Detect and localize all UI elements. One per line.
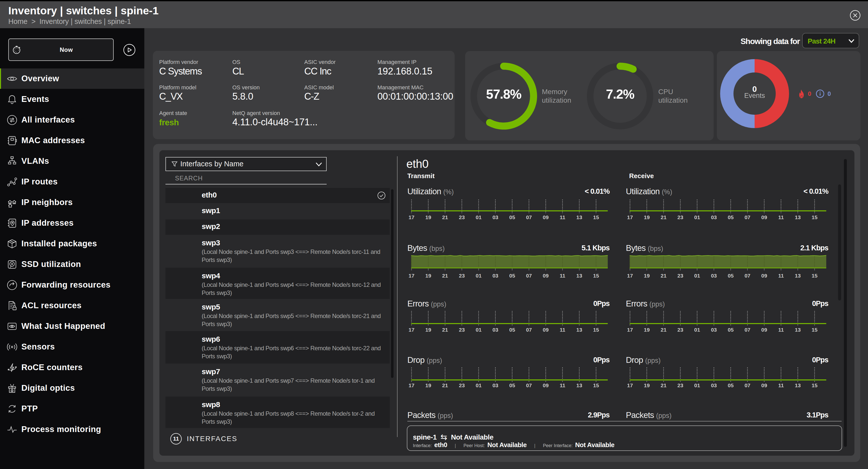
svg-text:19: 19 (644, 214, 650, 220)
svg-text:07: 07 (745, 327, 750, 333)
svg-text:23: 23 (459, 327, 465, 333)
svg-text:11: 11 (778, 382, 784, 388)
svg-text:09: 09 (543, 273, 549, 279)
svg-text:01: 01 (694, 382, 700, 388)
svg-text:17: 17 (409, 327, 414, 333)
svg-text:09: 09 (762, 327, 767, 333)
svg-text:21: 21 (660, 273, 666, 279)
svg-text:19: 19 (644, 273, 650, 279)
svg-text:09: 09 (762, 214, 767, 220)
svg-text:21: 21 (660, 327, 666, 333)
svg-text:23: 23 (677, 273, 683, 279)
svg-text:03: 03 (492, 273, 498, 279)
svg-text:23: 23 (459, 273, 465, 279)
svg-text:17: 17 (627, 214, 633, 220)
svg-text:19: 19 (426, 382, 431, 388)
svg-text:09: 09 (543, 382, 549, 388)
svg-text:23: 23 (459, 382, 465, 388)
svg-text:11: 11 (778, 214, 784, 220)
svg-text:07: 07 (526, 214, 532, 220)
svg-text:05: 05 (509, 273, 515, 279)
svg-text:15: 15 (593, 214, 599, 220)
svg-text:21: 21 (660, 382, 666, 388)
svg-text:07: 07 (745, 273, 750, 279)
svg-text:21: 21 (442, 327, 448, 333)
svg-text:23: 23 (459, 214, 465, 220)
svg-text:13: 13 (795, 214, 801, 220)
svg-text:11: 11 (560, 327, 565, 333)
svg-text:13: 13 (576, 214, 582, 220)
svg-text:21: 21 (442, 214, 448, 220)
svg-text:15: 15 (812, 214, 818, 220)
svg-text:03: 03 (492, 382, 498, 388)
svg-text:11: 11 (778, 327, 784, 333)
svg-text:01: 01 (476, 327, 482, 333)
svg-text:19: 19 (426, 327, 431, 333)
svg-text:03: 03 (711, 382, 717, 388)
svg-text:09: 09 (543, 214, 549, 220)
svg-text:01: 01 (476, 214, 482, 220)
svg-text:13: 13 (576, 382, 582, 388)
svg-text:17: 17 (627, 382, 633, 388)
svg-text:13: 13 (795, 273, 801, 279)
svg-text:13: 13 (795, 382, 801, 388)
svg-text:01: 01 (694, 327, 700, 333)
svg-text:17: 17 (627, 327, 633, 333)
svg-text:19: 19 (426, 273, 431, 279)
svg-text:13: 13 (795, 327, 801, 333)
svg-text:11: 11 (173, 436, 179, 442)
svg-text:11: 11 (560, 382, 565, 388)
svg-text:13: 13 (576, 327, 582, 333)
svg-text:15: 15 (812, 382, 818, 388)
svg-text:13: 13 (576, 273, 582, 279)
svg-text:23: 23 (677, 327, 683, 333)
svg-text:05: 05 (509, 214, 515, 220)
svg-text:05: 05 (728, 273, 734, 279)
svg-text:03: 03 (711, 214, 717, 220)
svg-text:01: 01 (476, 273, 482, 279)
svg-text:05: 05 (728, 382, 734, 388)
svg-text:01: 01 (476, 382, 482, 388)
svg-text:17: 17 (627, 273, 633, 279)
svg-text:05: 05 (728, 214, 734, 220)
svg-text:07: 07 (745, 382, 750, 388)
svg-text:17: 17 (409, 273, 414, 279)
svg-text:15: 15 (593, 327, 599, 333)
svg-text:11: 11 (560, 273, 565, 279)
svg-text:03: 03 (711, 327, 717, 333)
svg-text:03: 03 (492, 214, 498, 220)
svg-text:15: 15 (812, 273, 818, 279)
svg-text:09: 09 (762, 273, 767, 279)
svg-text:07: 07 (745, 214, 750, 220)
svg-text:17: 17 (409, 382, 414, 388)
svg-text:03: 03 (711, 273, 717, 279)
svg-text:19: 19 (644, 382, 650, 388)
svg-text:07: 07 (526, 273, 532, 279)
svg-text:19: 19 (644, 327, 650, 333)
svg-text:09: 09 (543, 327, 549, 333)
svg-text:01: 01 (694, 214, 700, 220)
svg-text:03: 03 (492, 327, 498, 333)
svg-text:01: 01 (694, 273, 700, 279)
svg-text:05: 05 (509, 382, 515, 388)
svg-text:09: 09 (762, 382, 767, 388)
svg-text:19: 19 (426, 214, 431, 220)
svg-text:15: 15 (593, 273, 599, 279)
svg-text:23: 23 (677, 214, 683, 220)
svg-text:21: 21 (660, 214, 666, 220)
svg-text:23: 23 (677, 382, 683, 388)
svg-text:21: 21 (442, 273, 448, 279)
svg-text:07: 07 (526, 327, 532, 333)
svg-text:15: 15 (812, 327, 818, 333)
svg-text:11: 11 (560, 214, 565, 220)
svg-text:05: 05 (509, 327, 515, 333)
svg-text:17: 17 (409, 214, 414, 220)
svg-text:05: 05 (728, 327, 734, 333)
svg-text:21: 21 (442, 382, 448, 388)
svg-text:07: 07 (526, 382, 532, 388)
svg-text:15: 15 (593, 382, 599, 388)
svg-text:11: 11 (778, 273, 784, 279)
